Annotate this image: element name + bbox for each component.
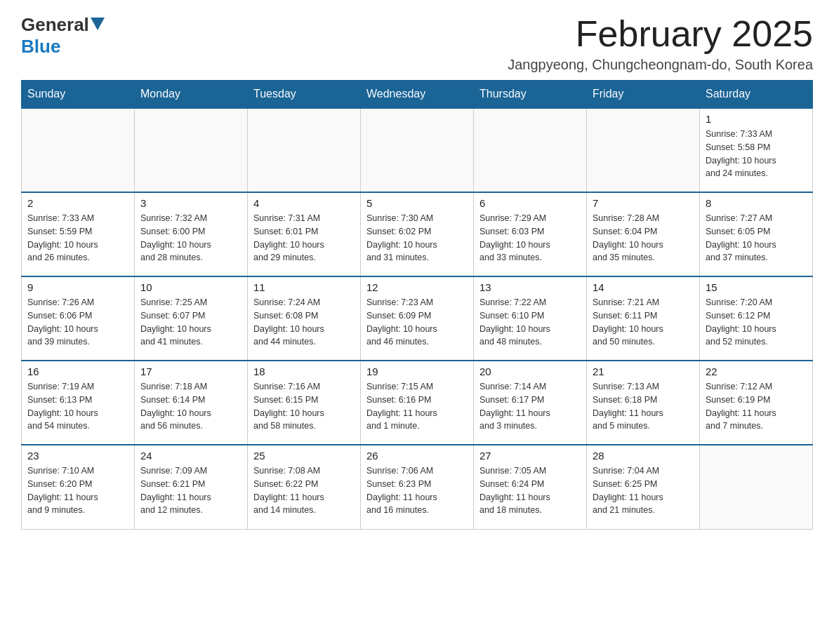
day-info: Sunrise: 7:33 AM Sunset: 5:59 PM Dayligh… <box>27 212 128 264</box>
day-number: 24 <box>140 450 241 462</box>
header-thursday: Thursday <box>474 81 587 109</box>
day-info: Sunrise: 7:14 AM Sunset: 6:17 PM Dayligh… <box>479 380 581 433</box>
day-info: Sunrise: 7:29 AM Sunset: 6:03 PM Dayligh… <box>479 212 581 264</box>
day-info: Sunrise: 7:33 AM Sunset: 5:58 PM Dayligh… <box>706 128 807 180</box>
day-number: 18 <box>253 365 355 377</box>
calendar-cell: 19Sunrise: 7:15 AM Sunset: 6:16 PM Dayli… <box>361 361 474 445</box>
logo-blue-text: Blue <box>21 36 60 57</box>
header-tuesday: Tuesday <box>248 81 361 109</box>
day-number: 7 <box>593 197 694 209</box>
day-number: 28 <box>593 450 694 462</box>
calendar-cell: 8Sunrise: 7:27 AM Sunset: 6:05 PM Daylig… <box>700 192 813 276</box>
day-number: 2 <box>27 197 128 209</box>
calendar-cell: 3Sunrise: 7:32 AM Sunset: 6:00 PM Daylig… <box>135 192 248 276</box>
calendar-week-row: 23Sunrise: 7:10 AM Sunset: 6:20 PM Dayli… <box>22 445 813 529</box>
title-section: February 2025 Jangpyeong, Chungcheongnam… <box>508 14 813 73</box>
day-info: Sunrise: 7:05 AM Sunset: 6:24 PM Dayligh… <box>479 464 581 517</box>
calendar-cell <box>361 108 474 192</box>
calendar-cell: 1Sunrise: 7:33 AM Sunset: 5:58 PM Daylig… <box>700 108 813 192</box>
calendar-cell <box>587 108 700 192</box>
day-number: 20 <box>479 365 581 377</box>
day-number: 3 <box>140 197 241 209</box>
calendar-cell: 12Sunrise: 7:23 AM Sunset: 6:09 PM Dayli… <box>361 276 474 361</box>
calendar-week-row: 9Sunrise: 7:26 AM Sunset: 6:06 PM Daylig… <box>22 276 813 361</box>
header-monday: Monday <box>135 81 248 109</box>
calendar-week-row: 1Sunrise: 7:33 AM Sunset: 5:58 PM Daylig… <box>22 108 813 192</box>
day-info: Sunrise: 7:08 AM Sunset: 6:22 PM Dayligh… <box>253 464 355 517</box>
calendar-cell: 11Sunrise: 7:24 AM Sunset: 6:08 PM Dayli… <box>248 276 361 361</box>
calendar-cell: 26Sunrise: 7:06 AM Sunset: 6:23 PM Dayli… <box>361 445 474 529</box>
day-info: Sunrise: 7:28 AM Sunset: 6:04 PM Dayligh… <box>593 212 694 264</box>
day-info: Sunrise: 7:24 AM Sunset: 6:08 PM Dayligh… <box>253 296 355 349</box>
day-info: Sunrise: 7:25 AM Sunset: 6:07 PM Dayligh… <box>140 296 241 349</box>
calendar-week-row: 16Sunrise: 7:19 AM Sunset: 6:13 PM Dayli… <box>22 361 813 445</box>
day-number: 15 <box>706 281 807 293</box>
day-number: 1 <box>706 113 807 125</box>
day-info: Sunrise: 7:06 AM Sunset: 6:23 PM Dayligh… <box>366 464 468 517</box>
day-number: 22 <box>706 365 807 377</box>
calendar-cell: 28Sunrise: 7:04 AM Sunset: 6:25 PM Dayli… <box>587 445 700 529</box>
day-info: Sunrise: 7:13 AM Sunset: 6:18 PM Dayligh… <box>593 380 694 433</box>
calendar-cell: 9Sunrise: 7:26 AM Sunset: 6:06 PM Daylig… <box>22 276 135 361</box>
calendar-cell <box>248 108 361 192</box>
calendar-cell: 25Sunrise: 7:08 AM Sunset: 6:22 PM Dayli… <box>248 445 361 529</box>
day-number: 11 <box>253 281 355 293</box>
day-number: 9 <box>27 281 128 293</box>
page-header: General Blue February 2025 Jangpyeong, C… <box>21 14 813 73</box>
calendar-table: SundayMondayTuesdayWednesdayThursdayFrid… <box>21 80 813 530</box>
day-number: 23 <box>27 450 128 462</box>
calendar-cell: 6Sunrise: 7:29 AM Sunset: 6:03 PM Daylig… <box>474 192 587 276</box>
day-info: Sunrise: 7:18 AM Sunset: 6:14 PM Dayligh… <box>140 380 241 433</box>
calendar-subtitle: Jangpyeong, Chungcheongnam-do, South Kor… <box>508 57 813 73</box>
day-info: Sunrise: 7:31 AM Sunset: 6:01 PM Dayligh… <box>253 212 355 264</box>
day-number: 8 <box>706 197 807 209</box>
logo-triangle-icon <box>91 18 105 30</box>
calendar-cell: 14Sunrise: 7:21 AM Sunset: 6:11 PM Dayli… <box>587 276 700 361</box>
calendar-cell <box>22 108 135 192</box>
calendar-cell: 5Sunrise: 7:30 AM Sunset: 6:02 PM Daylig… <box>361 192 474 276</box>
day-number: 4 <box>253 197 355 209</box>
day-info: Sunrise: 7:23 AM Sunset: 6:09 PM Dayligh… <box>366 296 468 349</box>
day-info: Sunrise: 7:30 AM Sunset: 6:02 PM Dayligh… <box>366 212 468 264</box>
calendar-cell: 23Sunrise: 7:10 AM Sunset: 6:20 PM Dayli… <box>22 445 135 529</box>
day-number: 6 <box>479 197 581 209</box>
calendar-cell <box>135 108 248 192</box>
day-number: 17 <box>140 365 241 377</box>
day-number: 12 <box>366 281 468 293</box>
calendar-cell: 4Sunrise: 7:31 AM Sunset: 6:01 PM Daylig… <box>248 192 361 276</box>
day-number: 27 <box>479 450 581 462</box>
header-saturday: Saturday <box>700 81 813 109</box>
day-info: Sunrise: 7:15 AM Sunset: 6:16 PM Dayligh… <box>366 380 468 433</box>
logo: General Blue <box>21 14 106 58</box>
day-info: Sunrise: 7:27 AM Sunset: 6:05 PM Dayligh… <box>706 212 807 264</box>
calendar-week-row: 2Sunrise: 7:33 AM Sunset: 5:59 PM Daylig… <box>22 192 813 276</box>
logo-general-text: General <box>21 14 89 36</box>
day-number: 19 <box>366 365 468 377</box>
calendar-cell: 27Sunrise: 7:05 AM Sunset: 6:24 PM Dayli… <box>474 445 587 529</box>
calendar-cell: 17Sunrise: 7:18 AM Sunset: 6:14 PM Dayli… <box>135 361 248 445</box>
day-number: 5 <box>366 197 468 209</box>
calendar-cell: 2Sunrise: 7:33 AM Sunset: 5:59 PM Daylig… <box>22 192 135 276</box>
calendar-cell: 21Sunrise: 7:13 AM Sunset: 6:18 PM Dayli… <box>587 361 700 445</box>
calendar-header-row: SundayMondayTuesdayWednesdayThursdayFrid… <box>22 81 813 109</box>
day-info: Sunrise: 7:04 AM Sunset: 6:25 PM Dayligh… <box>593 464 694 517</box>
calendar-cell: 16Sunrise: 7:19 AM Sunset: 6:13 PM Dayli… <box>22 361 135 445</box>
calendar-cell: 13Sunrise: 7:22 AM Sunset: 6:10 PM Dayli… <box>474 276 587 361</box>
calendar-cell <box>474 108 587 192</box>
day-info: Sunrise: 7:10 AM Sunset: 6:20 PM Dayligh… <box>27 464 128 517</box>
calendar-cell: 22Sunrise: 7:12 AM Sunset: 6:19 PM Dayli… <box>700 361 813 445</box>
day-number: 21 <box>593 365 694 377</box>
day-info: Sunrise: 7:21 AM Sunset: 6:11 PM Dayligh… <box>593 296 694 349</box>
day-number: 25 <box>253 450 355 462</box>
calendar-cell: 20Sunrise: 7:14 AM Sunset: 6:17 PM Dayli… <box>474 361 587 445</box>
header-friday: Friday <box>587 81 700 109</box>
calendar-cell <box>700 445 813 529</box>
day-info: Sunrise: 7:12 AM Sunset: 6:19 PM Dayligh… <box>706 380 807 433</box>
day-info: Sunrise: 7:19 AM Sunset: 6:13 PM Dayligh… <box>27 380 128 433</box>
day-info: Sunrise: 7:16 AM Sunset: 6:15 PM Dayligh… <box>253 380 355 433</box>
calendar-cell: 7Sunrise: 7:28 AM Sunset: 6:04 PM Daylig… <box>587 192 700 276</box>
day-number: 16 <box>27 365 128 377</box>
header-sunday: Sunday <box>22 81 135 109</box>
calendar-cell: 10Sunrise: 7:25 AM Sunset: 6:07 PM Dayli… <box>135 276 248 361</box>
day-info: Sunrise: 7:32 AM Sunset: 6:00 PM Dayligh… <box>140 212 241 264</box>
